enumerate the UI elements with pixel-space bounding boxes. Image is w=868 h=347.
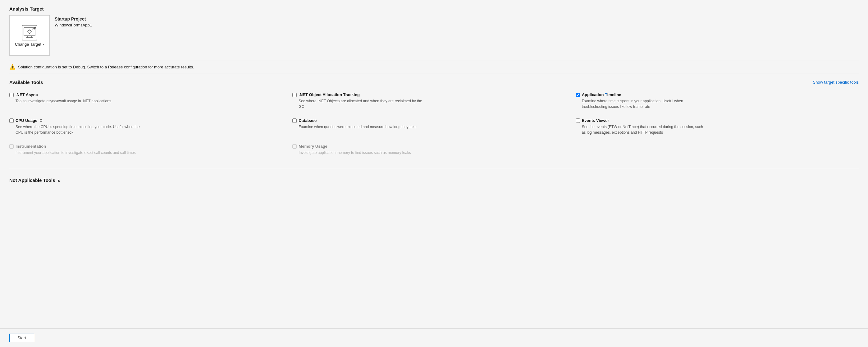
tools-header: Available Tools Show target specific too… xyxy=(9,80,859,85)
tools-grid-empty-cell xyxy=(576,142,859,158)
bottom-bar: Start xyxy=(0,328,868,347)
tool-item-net-async: .NET Async Tool to investigate async/awa… xyxy=(9,90,292,112)
tool-item-events-viewer: Events Viewer See the events (ETW or Net… xyxy=(576,116,859,138)
tool-desc-net-async: Tool to investigate async/await usage in… xyxy=(9,98,140,104)
show-target-specific-tools-link[interactable]: Show target specific tools xyxy=(813,80,859,85)
cpu-usage-gear-icon[interactable]: ⚙ xyxy=(39,118,43,123)
tool-name-memory-usage: Memory Usage xyxy=(299,144,327,149)
tool-desc-instrumentation: Instrument your application to investiga… xyxy=(9,150,140,155)
tool-desc-database: Examine when queries were executed and m… xyxy=(292,124,423,129)
tool-item-net-object-allocation: .NET Object Allocation Tracking See wher… xyxy=(292,90,575,112)
tools-grid: .NET Async Tool to investigate async/awa… xyxy=(9,90,859,168)
tool-name-net-async: .NET Async xyxy=(16,92,38,97)
tool-checkbox-memory-usage[interactable] xyxy=(292,144,297,149)
tool-name-events-viewer: Events Viewer xyxy=(582,118,609,123)
not-applicable-section: Not Applicable Tools ▲ xyxy=(9,174,859,186)
tool-checkbox-events-viewer[interactable] xyxy=(576,118,580,123)
startup-project-label: Startup Project xyxy=(55,17,92,22)
tool-item-instrumentation: Instrumentation Instrument your applicat… xyxy=(9,142,292,158)
tool-desc-events-viewer: See the events (ETW or NetTrace) that oc… xyxy=(576,124,706,135)
tool-checkbox-instrumentation[interactable] xyxy=(9,144,14,149)
warning-icon: ⚠️ xyxy=(9,64,16,70)
tool-name-application-timeline: Application Timeline xyxy=(582,92,621,97)
available-tools-title: Available Tools xyxy=(9,80,43,85)
tool-checkbox-net-async[interactable] xyxy=(9,93,14,97)
tool-desc-cpu-usage: See where the CPU is spending time execu… xyxy=(9,124,140,135)
tool-name-database: Database xyxy=(299,118,316,123)
tool-desc-application-timeline: Examine where time is spent in your appl… xyxy=(576,98,706,110)
tool-checkbox-application-timeline[interactable] xyxy=(576,93,580,97)
tool-desc-net-object-allocation: See where .NET Objects are allocated and… xyxy=(292,98,423,110)
not-applicable-collapse-icon: ▲ xyxy=(57,178,61,182)
analysis-target-section: Analysis Target Cha xyxy=(9,6,859,56)
tool-item-application-timeline: Application Timeline Examine where time … xyxy=(576,90,859,112)
change-target-icon xyxy=(22,25,38,41)
available-tools-section: Available Tools Show target specific too… xyxy=(9,80,859,168)
tool-checkbox-net-object-allocation[interactable] xyxy=(292,93,297,97)
change-target-label-text: Change Target xyxy=(15,42,41,47)
warning-bar: ⚠️ Solution configuration is set to Debu… xyxy=(9,61,859,74)
not-applicable-title: Not Applicable Tools xyxy=(9,177,55,183)
startup-project-name: WindowsFormsApp1 xyxy=(55,23,92,27)
warning-text: Solution configuration is set to Debug. … xyxy=(18,65,194,69)
not-applicable-header[interactable]: Not Applicable Tools ▲ xyxy=(9,174,859,186)
tool-item-memory-usage: Memory Usage Investigate application mem… xyxy=(292,142,575,158)
start-button[interactable]: Start xyxy=(9,334,34,342)
tool-desc-memory-usage: Investigate application memory to find i… xyxy=(292,150,423,155)
target-info: Startup Project WindowsFormsApp1 xyxy=(55,15,92,27)
change-target-dropdown-arrow: ▾ xyxy=(42,42,44,46)
change-target-button[interactable]: Change Target ▾ xyxy=(9,15,50,56)
tool-name-cpu-usage: CPU Usage xyxy=(16,118,37,123)
tool-checkbox-cpu-usage[interactable] xyxy=(9,118,14,123)
tool-name-net-object-allocation: .NET Object Allocation Tracking xyxy=(299,92,360,97)
tool-checkbox-database[interactable] xyxy=(292,118,297,123)
target-row: Change Target ▾ Startup Project WindowsF… xyxy=(9,15,859,56)
tool-item-cpu-usage: CPU Usage ⚙ See where the CPU is spendin… xyxy=(9,116,292,138)
analysis-target-title: Analysis Target xyxy=(9,6,859,11)
tool-item-database: Database Examine when queries were execu… xyxy=(292,116,575,138)
tool-name-instrumentation: Instrumentation xyxy=(16,144,46,149)
